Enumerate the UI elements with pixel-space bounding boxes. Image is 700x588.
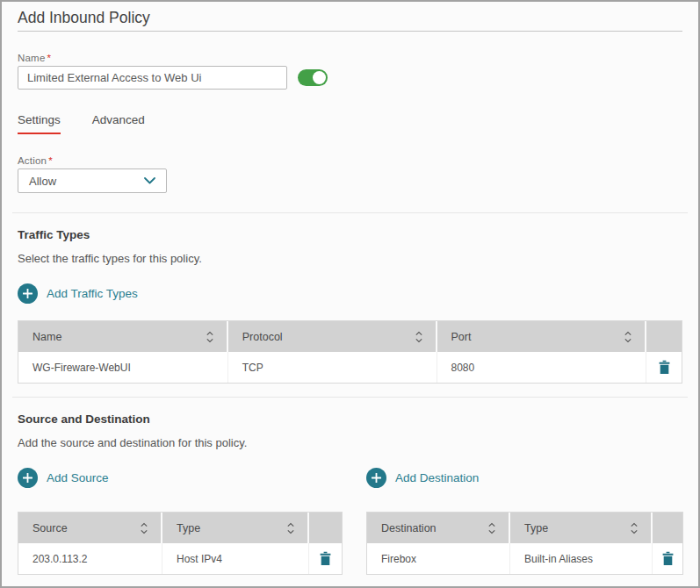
traffic-types-table-header: Name Protocol Port [18, 321, 682, 352]
traffic-types-description: Select the traffic types for this policy… [18, 252, 682, 265]
action-label-text: Action [18, 155, 47, 166]
sort-icon[interactable] [286, 522, 295, 534]
column-header-destination[interactable]: Destination [367, 513, 510, 543]
column-header-port[interactable]: Port [437, 321, 647, 352]
destination-table: Destination Type Firebox Built-in Aliase… [366, 512, 683, 575]
sort-icon[interactable] [415, 331, 423, 343]
cell-actions [309, 543, 342, 574]
name-field-label: Name* [18, 53, 682, 63]
destination-table-header: Destination Type [367, 513, 682, 543]
plus-circle-icon [366, 468, 386, 488]
column-header-actions [653, 513, 682, 543]
table-row: 203.0.113.2 Host IPv4 [18, 543, 342, 574]
cell-actions [653, 543, 682, 574]
column-header-actions [309, 513, 342, 543]
tab-advanced[interactable]: Advanced [92, 113, 145, 134]
add-source-button[interactable]: Add Source [18, 468, 366, 488]
source-destination-description: Add the source and destination for this … [18, 436, 682, 449]
name-label-text: Name [18, 53, 45, 63]
add-traffic-types-button[interactable]: Add Traffic Types [18, 283, 138, 304]
required-asterisk: * [47, 53, 51, 63]
cell-destination: Firebox [367, 543, 510, 574]
sort-icon[interactable] [630, 522, 639, 534]
cell-name: WG-Fireware-WebUI [18, 352, 228, 383]
chevron-down-icon [144, 177, 155, 184]
column-label: Protocol [242, 331, 283, 343]
cell-port: 8080 [437, 352, 647, 383]
name-row [18, 66, 682, 90]
cell-type: Built-in Aliases [510, 543, 653, 574]
trash-icon[interactable] [658, 360, 671, 375]
action-select[interactable]: Allow [18, 169, 167, 193]
source-table: Source Type 203.0.113.2 Host IPv4 [18, 512, 343, 575]
column-label: Type [177, 522, 200, 534]
cell-source: 203.0.113.2 [18, 543, 162, 574]
policy-name-input[interactable] [18, 66, 287, 90]
source-table-header: Source Type [18, 513, 342, 543]
source-destination-heading: Source and Destination [18, 412, 682, 426]
action-field-label: Action* [18, 155, 682, 166]
toggle-knob [313, 71, 326, 84]
column-label: Name [32, 331, 61, 343]
cell-protocol: TCP [228, 352, 437, 383]
trash-icon[interactable] [661, 551, 675, 566]
column-header-protocol[interactable]: Protocol [228, 321, 437, 352]
traffic-types-heading: Traffic Types [18, 228, 682, 241]
sort-icon[interactable] [624, 331, 632, 343]
column-header-source[interactable]: Source [18, 513, 162, 543]
column-header-type[interactable]: Type [162, 513, 309, 543]
add-source-label: Add Source [47, 471, 109, 484]
add-traffic-types-label: Add Traffic Types [47, 287, 138, 300]
sort-icon[interactable] [140, 522, 148, 534]
section-divider [12, 397, 688, 398]
cell-type: Host IPv4 [162, 543, 309, 574]
required-asterisk: * [48, 155, 53, 166]
action-select-value: Allow [29, 175, 56, 188]
plus-circle-icon [18, 468, 38, 488]
tab-settings[interactable]: Settings [18, 113, 61, 134]
plus-circle-icon [18, 283, 38, 304]
add-destination-button[interactable]: Add Destination [366, 468, 479, 488]
table-row: WG-Fireware-WebUI TCP 8080 [18, 352, 682, 383]
table-row: Firebox Built-in Aliases [367, 543, 682, 574]
column-label: Port [451, 331, 472, 343]
page-title: Add Inbound Policy [18, 8, 682, 32]
section-divider [12, 212, 688, 213]
column-label: Source [32, 522, 68, 534]
policy-enabled-toggle[interactable] [298, 69, 328, 86]
column-header-name[interactable]: Name [18, 321, 228, 352]
column-header-type[interactable]: Type [510, 513, 653, 543]
trash-icon[interactable] [319, 551, 332, 566]
add-destination-label: Add Destination [395, 471, 479, 484]
sort-icon[interactable] [487, 522, 496, 534]
traffic-types-table: Name Protocol Port WG-Fireware-WebUI [18, 320, 682, 384]
source-destination-tables: Source Type 203.0.113.2 Host IPv4 [18, 512, 682, 575]
add-traffic-types-row: Add Traffic Types [18, 283, 682, 304]
add-source-destination-row: Add Source Add Destination [18, 468, 682, 488]
cell-actions [646, 352, 682, 383]
add-inbound-policy-panel: Add Inbound Policy Name* Settings Advanc… [0, 0, 700, 588]
column-label: Destination [381, 522, 437, 534]
tab-bar: Settings Advanced [18, 113, 682, 134]
column-label: Type [524, 522, 548, 534]
sort-icon[interactable] [206, 331, 214, 343]
column-header-actions [646, 321, 682, 352]
